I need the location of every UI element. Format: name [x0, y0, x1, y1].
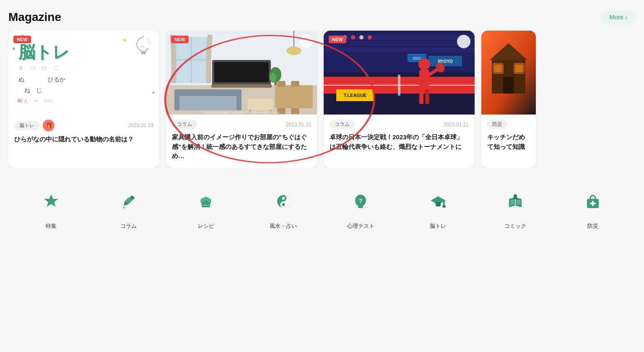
head-question-icon: ?: [352, 193, 369, 210]
section-title: Magazine: [8, 10, 61, 24]
category-circle-column: [112, 185, 145, 218]
category-item-fusui[interactable]: 風水・占い: [267, 185, 300, 230]
card-meta: コラム 2023.01.22: [172, 120, 311, 129]
favorite-button[interactable]: ♡: [142, 35, 155, 48]
svg-rect-62: [503, 77, 514, 94]
svg-point-77: [282, 203, 285, 206]
card-image: NEW ♡: [8, 31, 159, 115]
favorite-button[interactable]: ♡: [299, 35, 313, 48]
svg-text:Designed by Sayaka Sumiyoshi, : Designed by Sayaka Sumiyoshi, Photo by H…: [203, 111, 280, 114]
category-circle-recipe: [189, 185, 223, 218]
svg-text:2022: 2022: [413, 56, 421, 60]
card-category: 脳トレ: [14, 121, 39, 130]
svg-rect-27: [291, 81, 299, 87]
card-interior[interactable]: NEW ♡: [166, 31, 317, 168]
category-circle-tokusen: [34, 185, 68, 218]
open-book-icon: [507, 193, 524, 210]
magazine-section: Magazine More › NEW ♡: [8, 10, 636, 230]
category-label-shinri: 心理テスト: [347, 222, 374, 230]
svg-rect-37: [324, 47, 475, 52]
recipe-icon: [197, 193, 214, 210]
svg-rect-19: [174, 89, 242, 96]
category-item-shinri[interactable]: ? 心理テスト: [344, 185, 377, 230]
house-image: [481, 31, 536, 115]
category-item-bousai[interactable]: 防災: [576, 185, 610, 230]
svg-rect-4: [141, 52, 146, 53]
chevron-right-icon: ›: [625, 14, 627, 21]
svg-rect-36: [324, 41, 475, 46]
interior-scene-image: Designed by Sayaka Sumiyoshi, Photo by H…: [166, 31, 317, 115]
category-circle-notre: [421, 185, 455, 218]
category-label-fusui: 風水・占い: [270, 222, 297, 230]
brain-training-image: 脳トレ き つ ひ こ ぬ ひるか ね じ 答え ＝ ○○○: [8, 31, 159, 115]
category-label-notre: 脳トレ: [430, 222, 446, 230]
card-image: [481, 31, 536, 115]
card-title: 卓球の日本一決定戦！2023年の「全日本卓球」は五輪代表争いも絡む、熾烈なトーナ…: [330, 133, 469, 151]
card-body: 脳トレ 🎁 2023.01.23 ひらがなの中に隠れている動物の名前は？: [8, 115, 159, 151]
svg-point-31: [286, 47, 301, 55]
svg-rect-53: [419, 70, 429, 91]
category-item-comic[interactable]: コミック: [499, 185, 532, 230]
svg-rect-84: [436, 202, 441, 206]
table-tennis-image: T.LEAGUE RYOYO 2022: [324, 31, 475, 115]
category-label-recipe: レシピ: [198, 222, 214, 230]
svg-rect-13: [214, 62, 269, 82]
category-label-column: コラム: [120, 222, 137, 230]
category-item-recipe[interactable]: レシピ: [189, 185, 223, 230]
card-body: コラム 2023.01.21 卓球の日本一決定戦！2023年の「全日本卓球」は五…: [324, 115, 475, 158]
pencil-icon: [120, 193, 137, 210]
new-badge: NEW: [13, 36, 31, 43]
card-category: コラム: [172, 120, 197, 129]
card-table-tennis[interactable]: NEW ♡: [324, 31, 475, 168]
graduation-icon: [430, 193, 447, 210]
svg-rect-14: [211, 84, 272, 88]
svg-rect-21: [236, 89, 242, 110]
category-circle-shinri: ?: [344, 185, 377, 218]
svg-rect-79: [358, 206, 363, 208]
star-icon: [43, 193, 60, 210]
bag-plus-icon: [584, 193, 601, 210]
category-item-tokusen[interactable]: 特集: [34, 185, 68, 230]
svg-rect-29: [291, 108, 299, 114]
card-title: 家具購入前のイメージ作りでお部屋の"ちぐはぐ感"を解消！統一感のあるすてきな部屋…: [172, 133, 311, 161]
favorite-button[interactable]: ♡: [457, 35, 470, 48]
card-title: ひらがなの中に隠れている動物の名前は？: [14, 135, 153, 144]
svg-rect-74: [203, 205, 209, 206]
category-label-tokusen: 特集: [46, 222, 57, 230]
section-header: Magazine More ›: [8, 10, 636, 24]
card-date: 2023.01.21: [444, 122, 469, 128]
card-bousai[interactable]: 防災 キッチンだめて知って知識: [481, 31, 536, 168]
card-brain-training[interactable]: NEW ♡: [8, 31, 159, 168]
cards-row: NEW ♡: [8, 31, 636, 168]
category-item-notre[interactable]: 脳トレ: [421, 185, 455, 230]
svg-point-83: [442, 205, 446, 208]
svg-point-76: [282, 197, 285, 200]
card-meta: 脳トレ 🎁 2023.01.23: [14, 120, 153, 131]
svg-text:?: ?: [359, 198, 363, 204]
new-badge: NEW: [171, 36, 189, 43]
new-badge: NEW: [329, 36, 346, 43]
svg-rect-26: [277, 81, 286, 87]
svg-rect-20: [174, 89, 179, 110]
card-body: 防災 キッチンだめて知って知識: [481, 115, 536, 158]
category-circle-comic: [499, 185, 532, 218]
svg-rect-56: [419, 89, 423, 104]
category-label-comic: コミック: [504, 222, 526, 230]
svg-rect-57: [425, 89, 429, 104]
card-image: NEW ♡: [166, 31, 317, 115]
svg-rect-45: [398, 75, 400, 96]
more-button[interactable]: More ›: [601, 10, 636, 24]
category-section: 特集 コラム: [8, 185, 636, 230]
svg-rect-64: [515, 64, 523, 73]
category-label-bousai: 防災: [587, 222, 598, 230]
brain-title: 脳トレ: [18, 41, 70, 64]
card-image: NEW ♡: [324, 31, 475, 115]
card-category: 防災: [487, 120, 507, 129]
svg-point-17: [270, 73, 276, 83]
svg-rect-96: [590, 203, 596, 204]
svg-text:T.LEAGUE: T.LEAGUE: [344, 93, 366, 98]
card-category: コラム: [330, 120, 355, 129]
svg-rect-22: [248, 99, 273, 110]
svg-point-52: [418, 58, 430, 70]
category-item-column[interactable]: コラム: [112, 185, 145, 230]
